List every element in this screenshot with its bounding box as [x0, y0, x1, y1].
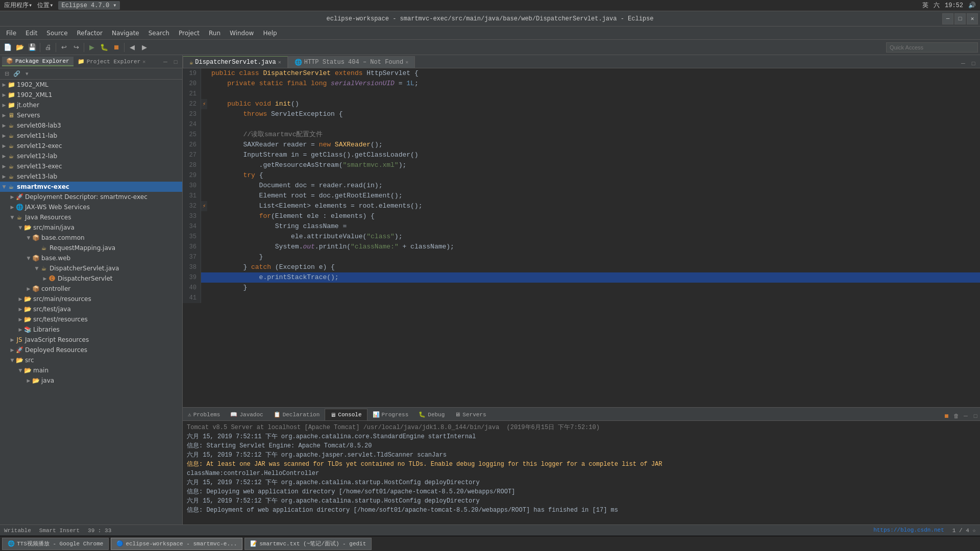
- restore-button[interactable]: □: [954, 13, 966, 24]
- tree-item-servlet13l[interactable]: ▶ ☕ servlet13-lab: [0, 171, 182, 182]
- app-menu[interactable]: 应用程序▾: [4, 1, 32, 10]
- tree-item-jt-other[interactable]: ▶ 📁 jt.other: [0, 100, 182, 110]
- editor-maximize-btn[interactable]: □: [969, 59, 978, 68]
- toolbar-new[interactable]: 📄: [2, 42, 13, 53]
- project-icon-servlet12l: ☕: [7, 152, 15, 160]
- tree-item-js-resources[interactable]: ▶ JS JavaScript Resources: [0, 335, 182, 345]
- menu-refactor[interactable]: Refactor: [73, 29, 107, 38]
- console-tab-debug[interactable]: 🐛 Debug: [413, 409, 450, 420]
- collapse-all-btn[interactable]: ⊟: [2, 69, 11, 79]
- tree-item-libraries[interactable]: ▶ 📚 Libraries: [0, 324, 182, 335]
- tree-item-servlet12l[interactable]: ▶ ☕ servlet12-lab: [0, 151, 182, 161]
- status-link[interactable]: https://blog.csdn.net: [873, 527, 944, 534]
- code-editor[interactable]: 19 public class DispatcherServlet extend…: [183, 68, 980, 407]
- toolbar-next[interactable]: ▶: [139, 42, 150, 53]
- menu-navigate[interactable]: Navigate: [108, 29, 143, 38]
- volume-icon[interactable]: 🔊: [968, 2, 976, 9]
- toolbar-save[interactable]: 💾: [27, 42, 38, 53]
- tree-item-requestmapping[interactable]: ▶ ☕ RequestMapping.java: [0, 243, 182, 253]
- console-tab-console[interactable]: 🖥 Console: [325, 409, 367, 420]
- tree-item-servlet13e[interactable]: ▶ ☕ servlet13-exec: [0, 161, 182, 171]
- menu-window[interactable]: Window: [226, 29, 258, 38]
- package-explorer-tab[interactable]: 📦 Package Explorer: [2, 57, 74, 66]
- toolbar-print[interactable]: 🖨: [42, 42, 54, 53]
- quick-access-input[interactable]: [886, 42, 978, 53]
- tree-item-servlet11[interactable]: ▶ ☕ servlet11-lab: [0, 131, 182, 141]
- minimize-panel-btn[interactable]: ─: [161, 57, 170, 66]
- taskbar-chrome[interactable]: 🌐 TTS视频播放 - Google Chrome: [2, 538, 109, 550]
- tree-item-java-folder[interactable]: ▶ 📂 java: [0, 375, 182, 386]
- taskbar-eclipse[interactable]: 🔵 eclipse-workspace - smartmvc-e...: [111, 538, 242, 550]
- tree-item-src-test-res[interactable]: ▶ 📂 src/test/resources: [0, 314, 182, 324]
- tree-item-src-main-res[interactable]: ▶ 📂 src/main/resources: [0, 294, 182, 304]
- line-num-22: 22: [183, 99, 201, 109]
- menu-run[interactable]: Run: [205, 29, 225, 38]
- location-menu[interactable]: 位置▾: [37, 1, 53, 10]
- console-terminate-btn[interactable]: ⏹: [942, 411, 951, 420]
- project-explorer-close[interactable]: ✕: [142, 59, 145, 65]
- toolbar-undo[interactable]: ↩: [58, 42, 69, 53]
- toolbar-run[interactable]: ▶: [86, 42, 97, 53]
- tree-item-jaxws[interactable]: ▶ 🌐 JAX-WS Web Services: [0, 202, 182, 212]
- progress-icon: 📊: [373, 411, 380, 418]
- tree-item-servlet08[interactable]: ▶ ☕ servlet08-lab3: [0, 120, 182, 131]
- tree-item-base-common[interactable]: ▼ 📦 base.common: [0, 233, 182, 243]
- tree-item-src[interactable]: ▼ 📂 src: [0, 355, 182, 365]
- toolbar-debug[interactable]: 🐛: [99, 42, 110, 53]
- menu-edit[interactable]: Edit: [21, 29, 41, 38]
- tree-label-jt-other: jt.other: [17, 102, 39, 109]
- tree-item-servers[interactable]: ▶ 🖥 Servers: [0, 110, 182, 120]
- tree-item-controller[interactable]: ▶ 📦 controller: [0, 284, 182, 294]
- console-tab-progress[interactable]: 📊 Progress: [368, 409, 414, 420]
- tree-item-base-web[interactable]: ▼ 📦 base.web: [0, 253, 182, 263]
- toolbar-stop[interactable]: ⏹: [111, 42, 122, 53]
- tree-item-deployed-resources[interactable]: ▶ 🚀 Deployed Resources: [0, 345, 182, 355]
- console-clear-btn[interactable]: 🗑: [951, 411, 961, 420]
- console-tab-problems[interactable]: ⚠ Problems: [183, 409, 225, 420]
- tree-item-servlet12e[interactable]: ▶ ☕ servlet12-exec: [0, 141, 182, 151]
- tab-close-http404[interactable]: ✕: [405, 59, 408, 65]
- project-icon-servlet08: ☕: [7, 121, 15, 130]
- left-panel: 📦 Package Explorer 📁 Project Explorer ✕ …: [0, 55, 183, 524]
- maximize-panel-btn[interactable]: □: [171, 57, 180, 66]
- console-content[interactable]: Tomcat v8.5 Server at localhost [Apache …: [183, 421, 980, 524]
- menu-file[interactable]: File: [2, 29, 20, 38]
- project-explorer-tab[interactable]: 📁 Project Explorer ✕: [74, 57, 150, 66]
- view-menu-btn[interactable]: ▾: [22, 69, 32, 79]
- editor-tab-http404[interactable]: 🌐 HTTP Status 404 – Not Found ✕: [288, 56, 415, 68]
- eclipse-label[interactable]: Eclipse 4.7.0 ▾: [58, 1, 119, 10]
- menu-search[interactable]: Search: [144, 29, 174, 38]
- console-tab-servers[interactable]: 🖥 Servers: [450, 409, 491, 420]
- toolbar-prev[interactable]: ◀: [127, 42, 138, 53]
- console-minimize-btn[interactable]: ─: [961, 411, 970, 420]
- tree-item-main[interactable]: ▼ 📂 main: [0, 365, 182, 375]
- toolbar-open[interactable]: 📂: [14, 42, 26, 53]
- taskbar-eclipse-label: eclipse-workspace - smartmvc-e...: [126, 541, 237, 547]
- menu-project[interactable]: Project: [175, 29, 204, 38]
- menu-help[interactable]: Help: [259, 29, 281, 38]
- toolbar-redo[interactable]: ↪: [70, 42, 82, 53]
- tree-item-dispatcher-java[interactable]: ▼ ☕ DispatcherServlet.java: [0, 263, 182, 273]
- tree-item-smartmvc[interactable]: ▼ ☕ smartmvc-exec: [0, 182, 182, 192]
- tree-item-1902xml1[interactable]: ▶ 📁 1902_XML1: [0, 90, 182, 100]
- tree-item-deploy-descriptor[interactable]: ▶ 🚀 Deployment Descriptor: smartmvc-exec: [0, 192, 182, 202]
- console-tab-declaration[interactable]: 📋 Declaration: [268, 409, 325, 420]
- taskbar-gedit[interactable]: 📝 smartmvc.txt (~笔记/面试) - gedit: [244, 538, 372, 550]
- tree-item-src-test-java[interactable]: ▶ 📂 src/test/java: [0, 304, 182, 314]
- console-tab-javadoc[interactable]: 📖 Javadoc: [225, 409, 268, 420]
- tree-item-dispatcher-class[interactable]: ▶ 🅒 DispatcherServlet: [0, 273, 182, 284]
- tree-item-src-main-java[interactable]: ▼ 📂 src/main/java: [0, 222, 182, 233]
- tab-close-dispatcher[interactable]: ✕: [278, 59, 281, 65]
- tree-arrow-src-main-java: ▼: [17, 225, 23, 230]
- tree-item-1902xml[interactable]: ▶ 📁 1902_XML: [0, 80, 182, 90]
- close-button[interactable]: ✕: [967, 13, 978, 24]
- editor-minimize-btn[interactable]: ─: [959, 59, 968, 68]
- content-area: 📦 Package Explorer 📁 Project Explorer ✕ …: [0, 55, 980, 524]
- tree-container[interactable]: ▶ 📁 1902_XML ▶ 📁 1902_XML1 ▶ 📁 jt.other: [0, 80, 182, 524]
- link-editor-btn[interactable]: 🔗: [12, 69, 21, 79]
- minimize-button[interactable]: ─: [942, 13, 953, 24]
- menu-source[interactable]: Source: [42, 29, 71, 38]
- editor-tab-dispatcher[interactable]: ☕ DispatcherServlet.java ✕: [183, 56, 288, 68]
- tree-item-java-resources[interactable]: ▼ ☕ Java Resources: [0, 212, 182, 222]
- console-maximize-btn[interactable]: □: [971, 411, 980, 420]
